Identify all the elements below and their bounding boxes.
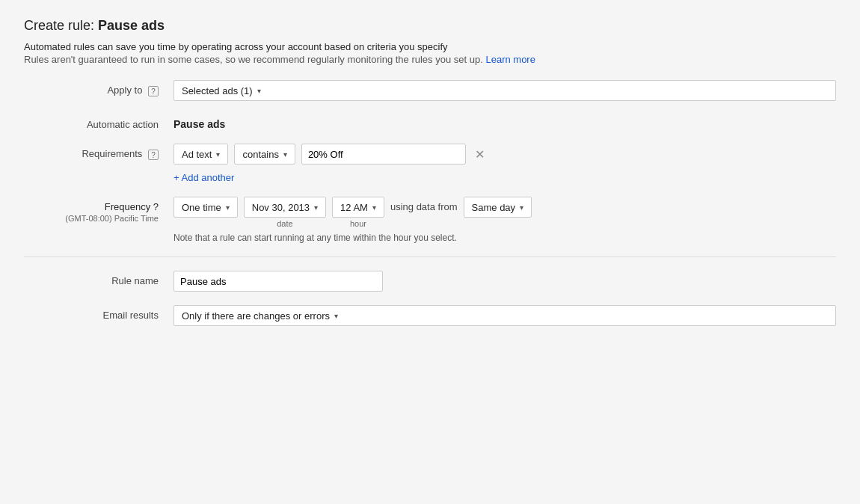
apply-to-value: Selected ads (1) xyxy=(182,85,253,96)
frequency-content: One time ▾ Nov 30, 2013 ▾ date 12 AM ▾ xyxy=(173,197,836,243)
automatic-action-row: Automatic action Pause ads xyxy=(24,114,836,130)
email-results-dropdown[interactable]: Only if there are changes or errors ▾ xyxy=(173,305,836,326)
freq-hour-value: 12 AM xyxy=(340,202,368,213)
apply-to-arrow: ▾ xyxy=(257,87,261,95)
freq-type-arrow: ▾ xyxy=(226,203,230,212)
using-data-label: using data from xyxy=(390,197,458,212)
req-field-dropdown[interactable]: Ad text ▾ xyxy=(173,144,228,165)
freq-date-label: date xyxy=(277,219,292,228)
automatic-action-content: Pause ads xyxy=(173,114,836,130)
rule-name-row: Rule name xyxy=(24,271,836,292)
frequency-help-icon[interactable]: ? xyxy=(153,201,159,212)
automatic-action-value: Pause ads xyxy=(173,114,836,130)
req-condition-arrow: ▾ xyxy=(283,150,287,159)
freq-hour-label: hour xyxy=(350,219,366,228)
subtitle-text: Automated rules can save you time by ope… xyxy=(24,41,836,52)
freq-type-value: One time xyxy=(182,202,221,213)
freq-date-col: Nov 30, 2013 ▾ date xyxy=(244,197,326,228)
freq-date-value: Nov 30, 2013 xyxy=(252,202,310,213)
requirements-fields: Ad text ▾ contains ▾ ✕ xyxy=(173,144,836,165)
requirements-content: Ad text ▾ contains ▾ ✕ + Add another xyxy=(173,144,836,183)
subtitle-note-text: Rules aren't guaranteed to run in some c… xyxy=(24,54,483,65)
freq-hour-dropdown[interactable]: 12 AM ▾ xyxy=(332,197,384,218)
apply-to-content: Selected ads (1) ▾ xyxy=(173,80,836,101)
title-prefix: Create rule: xyxy=(24,18,98,33)
form-section: Apply to ? Selected ads (1) ▾ Automatic … xyxy=(24,80,836,326)
add-another-link[interactable]: + Add another xyxy=(173,172,836,183)
email-results-row: Email results Only if there are changes … xyxy=(24,305,836,326)
req-condition-dropdown[interactable]: contains ▾ xyxy=(234,144,295,165)
freq-data-range-arrow: ▾ xyxy=(520,203,523,212)
email-results-arrow: ▾ xyxy=(334,312,338,320)
freq-date-arrow: ▾ xyxy=(314,203,318,212)
divider xyxy=(24,256,836,257)
apply-to-dropdown[interactable]: Selected ads (1) ▾ xyxy=(173,80,836,101)
freq-data-range-col: Same day ▾ xyxy=(464,197,532,218)
frequency-timezone: (GMT-08:00) Pacific Time xyxy=(9,214,159,223)
req-field-arrow: ▾ xyxy=(216,150,220,159)
automatic-action-label: Automatic action xyxy=(24,114,173,130)
req-condition-value: contains xyxy=(242,149,278,160)
learn-more-link[interactable]: Learn more xyxy=(485,54,535,65)
email-results-content: Only if there are changes or errors ▾ xyxy=(173,305,836,326)
req-text-input[interactable] xyxy=(301,144,466,165)
freq-type-col: One time ▾ xyxy=(173,197,238,218)
frequency-controls: One time ▾ Nov 30, 2013 ▾ date 12 AM ▾ xyxy=(173,197,836,228)
freq-data-range-dropdown[interactable]: Same day ▾ xyxy=(464,197,532,218)
rule-name-content xyxy=(173,271,836,292)
email-results-value: Only if there are changes or errors xyxy=(182,310,330,322)
remove-icon: ✕ xyxy=(475,147,485,162)
frequency-label: Frequency ? xyxy=(105,201,159,212)
req-field-value: Ad text xyxy=(182,149,212,160)
req-remove-button[interactable]: ✕ xyxy=(472,147,488,162)
freq-data-range-value: Same day xyxy=(472,202,516,213)
freq-hour-col: 12 AM ▾ hour xyxy=(332,197,384,228)
apply-to-label: Apply to ? xyxy=(24,80,173,96)
email-results-label: Email results xyxy=(24,305,173,321)
freq-type-dropdown[interactable]: One time ▾ xyxy=(173,197,238,218)
rule-name-label: Rule name xyxy=(24,271,173,286)
requirements-row: Requirements ? Ad text ▾ contains ▾ ✕ + … xyxy=(24,144,836,183)
apply-to-row: Apply to ? Selected ads (1) ▾ xyxy=(24,80,836,101)
frequency-label-col: Frequency ? (GMT-08:00) Pacific Time xyxy=(24,197,173,223)
title-bold: Pause ads xyxy=(98,18,165,33)
frequency-row: Frequency ? (GMT-08:00) Pacific Time One… xyxy=(24,197,836,243)
requirements-label: Requirements ? xyxy=(24,144,173,160)
rule-name-input[interactable] xyxy=(173,271,383,292)
page-title: Create rule: Pause ads xyxy=(24,18,836,34)
freq-hour-arrow: ▾ xyxy=(372,203,376,212)
frequency-note: Note that a rule can start running at an… xyxy=(173,233,836,243)
subtitle-note: Rules aren't guaranteed to run in some c… xyxy=(24,54,836,65)
apply-to-help-icon[interactable]: ? xyxy=(148,86,159,96)
requirements-help-icon[interactable]: ? xyxy=(148,150,159,160)
freq-date-dropdown[interactable]: Nov 30, 2013 ▾ xyxy=(244,197,326,218)
